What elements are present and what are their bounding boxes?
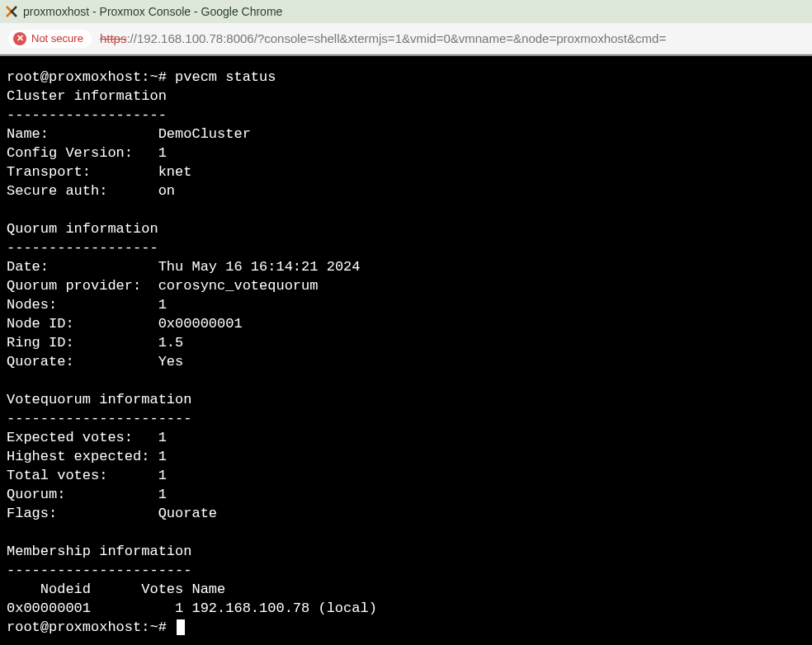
url-rest: ://192.168.100.78:8006/?console=shell&xt… <box>126 31 666 45</box>
node-id-value: 0x00000001 <box>158 316 243 332</box>
quorum-value: 1 <box>158 487 184 502</box>
node-id-label: Node ID: <box>7 316 158 332</box>
expected-votes-value: 1 <box>158 430 167 445</box>
highest-expected-label: Highest expected: <box>7 449 158 464</box>
url-scheme: https <box>100 31 127 45</box>
window-title: proxmoxhost - Proxmox Console - Google C… <box>23 5 282 18</box>
quorate-label: Quorate: <box>7 354 158 370</box>
quorum-label: Quorum: <box>7 487 158 502</box>
transport-label: Transport: <box>7 164 158 180</box>
divider: ---------------------- <box>7 411 191 426</box>
quorum-provider-label: Quorum provider: <box>7 278 158 294</box>
membership-columns: Nodeid Votes Name <box>7 581 225 597</box>
nodes-value: 1 <box>158 297 167 313</box>
cluster-name-value: DemoCluster <box>158 126 251 142</box>
flags-value: Quorate <box>158 506 226 521</box>
config-version-label: Config Version: <box>7 145 158 161</box>
shell-prompt: root@proxmoxhost:~# <box>7 69 175 85</box>
transport-value: knet <box>158 164 192 180</box>
date-value: Thu May 16 16:14:21 2024 <box>158 259 361 275</box>
divider: ---------------------- <box>7 563 191 578</box>
ring-id-value: 1.5 <box>158 335 184 351</box>
warning-icon: ✕ <box>13 32 26 45</box>
proxmox-icon <box>5 5 18 18</box>
votequorum-info-header: Votequorum information <box>7 392 191 407</box>
quorate-value: Yes <box>158 354 184 370</box>
total-votes-value: 1 <box>158 468 167 483</box>
flags-label: Flags: <box>7 506 158 521</box>
command-text: pvecm status <box>175 69 276 85</box>
address-bar[interactable]: ✕ Not secure https://192.168.100.78:8006… <box>0 23 812 54</box>
cluster-name-label: Name: <box>7 126 158 142</box>
quorum-provider-value: corosync_votequorum <box>158 278 319 294</box>
membership-row: 0x00000001 1 192.168.100.78 (local) <box>7 600 377 616</box>
cursor <box>177 619 185 635</box>
divider: ------------------ <box>7 240 158 256</box>
divider: ------------------- <box>7 107 167 123</box>
secure-auth-value: on <box>158 183 175 199</box>
membership-info-header: Membership information <box>7 544 191 559</box>
not-secure-badge[interactable]: ✕ Not secure <box>8 30 92 48</box>
ring-id-label: Ring ID: <box>7 335 158 351</box>
quorum-info-header: Quorum information <box>7 221 158 237</box>
not-secure-label: Not secure <box>31 32 83 45</box>
nodes-label: Nodes: <box>7 297 158 313</box>
date-label: Date: <box>7 259 158 275</box>
window-titlebar: proxmoxhost - Proxmox Console - Google C… <box>0 0 812 23</box>
shell-prompt: root@proxmoxhost:~# <box>7 619 175 635</box>
terminal[interactable]: root@proxmoxhost:~# pvecm status Cluster… <box>0 54 812 645</box>
total-votes-label: Total votes: <box>7 468 158 483</box>
highest-expected-value: 1 <box>158 449 167 464</box>
cluster-info-header: Cluster information <box>7 88 167 104</box>
url-text[interactable]: https://192.168.100.78:8006/?console=she… <box>100 31 666 45</box>
secure-auth-label: Secure auth: <box>7 183 158 199</box>
expected-votes-label: Expected votes: <box>7 430 158 445</box>
config-version-value: 1 <box>158 145 167 161</box>
